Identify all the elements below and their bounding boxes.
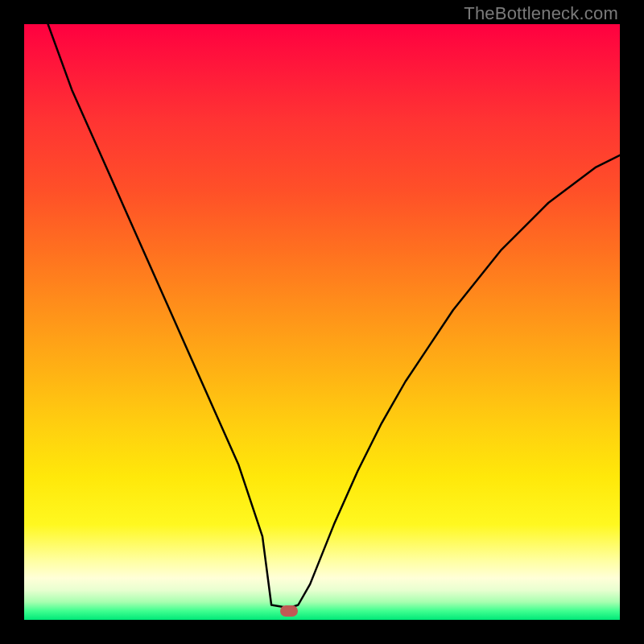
chart-frame: TheBottleneck.com: [0, 0, 644, 644]
watermark-text: TheBottleneck.com: [464, 3, 618, 24]
curve-path: [48, 24, 620, 608]
plot-area: [24, 24, 620, 620]
bottleneck-curve: [24, 24, 620, 620]
optimal-marker: [280, 605, 298, 617]
